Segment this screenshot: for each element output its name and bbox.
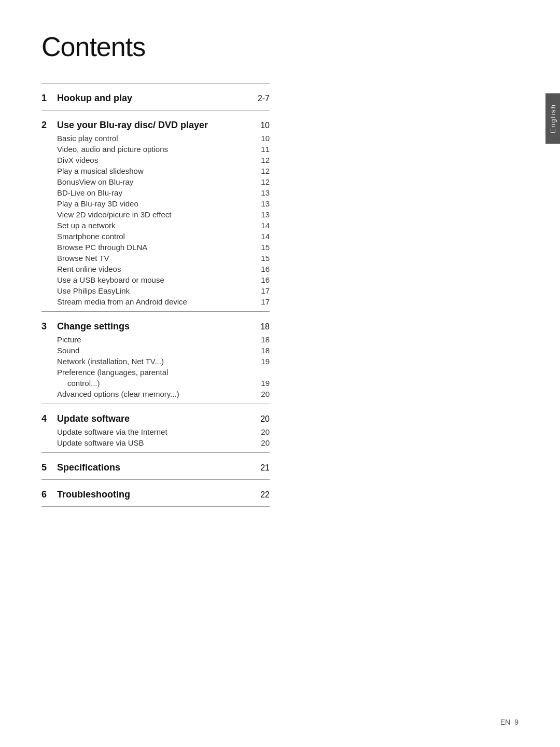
toc-sub-page: 12 [254,177,270,186]
toc-sub-entry: Network (installation, Net TV...)19 [57,356,270,367]
toc-sub-page: 17 [254,286,270,295]
toc-main-entry: 1Hookup and play2-7 [41,88,270,106]
toc-main-title: Specifications [57,462,254,473]
toc-page: 18 [254,322,270,331]
toc-sub-entries: Picture18Sound18Network (installation, N… [41,334,270,399]
toc-divider [41,311,270,312]
toc-sub-title: DivX videos [57,156,254,164]
toc-sub-title: Play a musical slideshow [57,167,254,175]
toc-sub-title: BD-Live on Blu-ray [57,188,254,197]
toc-sub-page: 15 [254,243,270,252]
toc-sub-entry: Basic play control10 [57,133,270,144]
bottom-lang: EN [500,718,510,726]
toc-sub-entry: Browse Net TV15 [57,253,270,264]
toc-sub-entry: Video, audio and picture options11 [57,144,270,155]
toc-divider [41,110,270,110]
toc-sub-page: 13 [254,199,270,208]
toc-sub-title: Play a Blu-ray 3D video [57,199,254,208]
toc-sub-page: 15 [254,254,270,262]
toc-number: 3 [41,321,57,332]
toc-page: 2-7 [254,94,270,103]
toc-sub-entry: Browse PC through DLNA15 [57,242,270,253]
toc-sub-entry: Play a Blu-ray 3D video13 [57,198,270,209]
toc-number: 2 [41,120,57,131]
toc-sub-entries: Update software via the Internet20Update… [41,426,270,448]
toc-sub-title: Update software via USB [57,438,254,447]
toc-sub-page: 11 [254,145,270,154]
toc-sub-entry: Rent online videos16 [57,264,270,274]
toc-number: 4 [41,413,57,424]
toc-number: 1 [41,93,57,104]
toc-sub-title: Update software via the Internet [57,427,254,436]
toc-page: 21 [254,463,270,473]
page-title: Contents [41,31,270,62]
toc-sub-page: 14 [254,232,270,241]
page-container: English Contents 1Hookup and play2-72Use… [0,0,560,747]
toc-sub-entry: View 2D video/picure in 3D effect13 [57,209,270,220]
toc-main-entry: 5Specifications21 [41,457,270,475]
bottom-bar: EN 9 [500,718,519,726]
toc-sub-entries: Basic play control10Video, audio and pic… [41,133,270,307]
toc-main-title: Change settings [57,321,254,332]
toc-sub-entry: Set up a network14 [57,220,270,231]
toc-main-entry: 6Troubleshooting22 [41,484,270,502]
toc-sub-title: Set up a network [57,221,254,230]
bottom-page: 9 [514,718,519,726]
toc-sub-entry: Stream media from an Android device17 [57,296,270,307]
toc-sub-title: View 2D video/picure in 3D effect [57,210,254,219]
toc-sub-entry: Picture18 [57,334,270,345]
toc-main-entry: 4Update software20 [41,408,270,426]
language-label: English [549,104,557,133]
toc-sub-entry: Use Philips EasyLink17 [57,285,270,296]
toc-page: 20 [254,414,270,424]
toc-sub-entry: Use a USB keyboard or mouse16 [57,274,270,285]
toc-sub-title: Network (installation, Net TV...) [57,357,254,366]
toc-sub-page: 12 [254,156,270,164]
toc-sub-page: 18 [254,335,270,344]
toc-divider-final [41,506,270,507]
toc-divider [41,479,270,480]
toc-sub-title: Smartphone control [57,232,254,241]
content-area: Contents 1Hookup and play2-72Use your Bl… [0,0,311,552]
toc-sub-title: Browse PC through DLNA [57,243,254,252]
toc-sub-entry: control...)19 [57,378,270,389]
toc-sub-title: Use Philips EasyLink [57,286,254,295]
toc-sub-page: 20 [254,438,270,447]
toc-sub-page: 18 [254,346,270,355]
toc-sub-entry: Advanced options (clear memory...)20 [57,389,270,399]
toc-sub-title: Rent online videos [57,265,254,273]
toc-sub-entry: Preference (languages, parental [57,367,270,378]
toc-main-title: Update software [57,413,254,424]
toc-divider [41,404,270,404]
toc-sub-title: Picture [57,335,254,344]
toc-sub-page: 16 [254,265,270,273]
toc-section: 1Hookup and play2-72Use your Blu-ray dis… [41,83,270,507]
toc-sub-title: Advanced options (clear memory...) [57,390,254,398]
toc-sub-title: control...) [57,379,254,388]
toc-sub-entry: DivX videos12 [57,155,270,165]
toc-sub-page: 19 [254,379,270,388]
toc-sub-page: 20 [254,427,270,436]
toc-sub-title: Basic play control [57,134,254,143]
toc-sub-entry: Play a musical slideshow12 [57,165,270,176]
toc-main-entry: 2Use your Blu-ray disc/ DVD player10 [41,115,270,133]
toc-number: 5 [41,462,57,473]
toc-sub-entry: BD-Live on Blu-ray13 [57,187,270,198]
toc-main-title: Use your Blu-ray disc/ DVD player [57,120,254,131]
toc-sub-entry: Sound18 [57,345,270,356]
toc-main-title: Troubleshooting [57,489,254,500]
toc-sub-entry: BonusView on Blu-ray12 [57,176,270,187]
toc-page: 22 [254,490,270,500]
toc-sub-title: Preference (languages, parental [57,368,254,377]
toc-number: 6 [41,489,57,500]
toc-sub-entry: Smartphone control14 [57,231,270,242]
toc-sub-title: Browse Net TV [57,254,254,262]
toc-main-entry: 3Change settings18 [41,316,270,334]
toc-sub-page: 13 [254,210,270,219]
toc-sub-page: 13 [254,188,270,197]
toc-sub-page: 19 [254,357,270,366]
toc-sub-page: 10 [254,134,270,143]
toc-sub-page: 20 [254,390,270,398]
toc-divider [41,83,270,84]
toc-sub-title: Sound [57,346,254,355]
